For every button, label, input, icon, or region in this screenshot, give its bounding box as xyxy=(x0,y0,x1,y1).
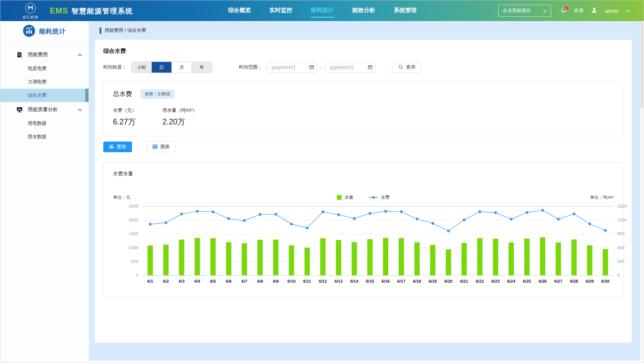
svg-text:6/5: 6/5 xyxy=(210,279,216,284)
fee-metric-value: 6.27万 xyxy=(113,117,136,127)
project-select[interactable]: 企业用能项目 xyxy=(498,5,551,17)
logo-company-name: 合汇科技 xyxy=(22,15,38,19)
svg-text:6/29: 6/29 xyxy=(586,279,594,284)
query-button[interactable]: 查询 xyxy=(392,62,421,73)
scrollbar-thumb[interactable] xyxy=(641,21,643,108)
breadcrumb-text: 用能费用 / 综合水费 xyxy=(105,27,146,33)
sidebar-item-0-1[interactable]: 力调电费 xyxy=(0,75,89,89)
right-axis-unit: 单位：吨/m³ xyxy=(540,194,614,200)
svg-text:1000: 1000 xyxy=(129,245,138,250)
svg-text:6/16: 6/16 xyxy=(382,279,390,284)
brand-ems: EMS xyxy=(50,6,68,15)
svg-text:6/22: 6/22 xyxy=(476,279,484,284)
svg-text:500: 500 xyxy=(131,259,138,264)
logo-emblem-icon xyxy=(25,2,36,15)
search-icon xyxy=(398,64,403,71)
svg-text:6/13: 6/13 xyxy=(335,279,343,284)
svg-text:6/12: 6/12 xyxy=(319,279,327,284)
chevron-up-icon[interactable] xyxy=(78,52,82,58)
username-text[interactable]: admin xyxy=(605,8,619,14)
nav-item-3[interactable]: 能效分析 xyxy=(352,4,376,18)
legend-fee-line-icon xyxy=(369,197,378,198)
svg-text:1200: 1200 xyxy=(617,217,627,222)
sidebar-item-0-2[interactable]: 综合水费 xyxy=(0,89,89,102)
content-area: 用能费用 / 综合水费 综合水费 时间粒度： 小时日月年 时间范围： - xyxy=(89,21,641,361)
breadcrumb-accent-bar xyxy=(100,27,101,34)
table-view-button[interactable]: 图表 xyxy=(147,142,175,152)
svg-text:6/10: 6/10 xyxy=(287,279,295,284)
fee-metric: 水费（元） 6.27万 xyxy=(113,107,136,127)
svg-text:6/30: 6/30 xyxy=(601,279,609,284)
calendar-icon[interactable] xyxy=(309,65,314,71)
svg-text:6/18: 6/18 xyxy=(413,279,421,284)
date-end-wrap xyxy=(326,62,376,73)
main-nav: 综合概览实时监控能耗统计能效分析系统管理 xyxy=(146,4,498,18)
svg-text:6/24: 6/24 xyxy=(507,279,515,284)
main-card: 综合水费 时间粒度： 小时日月年 时间范围： - xyxy=(95,40,632,343)
chart-legend: 水量 水费 xyxy=(186,194,540,200)
project-select-value: 企业用能项目 xyxy=(503,8,531,14)
monitor-icon xyxy=(16,106,23,113)
usage-metric: 用水量（吨/m³） 2.20万 xyxy=(162,107,197,127)
fee-line xyxy=(149,209,607,232)
table-view-label: 图表 xyxy=(160,144,170,150)
user-menu-chevron-icon[interactable] xyxy=(627,8,630,14)
app-brand: EMS 智慧能源管理系统 xyxy=(50,6,133,16)
graph-view-button[interactable]: 图形 xyxy=(103,142,132,152)
chart-x-axis-labels: 6/16/26/36/46/56/66/76/86/96/106/116/126… xyxy=(147,279,610,284)
svg-text:6/23: 6/23 xyxy=(492,279,500,284)
view-toggle-group: 图形 图表 xyxy=(103,142,623,152)
svg-text:6/11: 6/11 xyxy=(303,279,311,284)
sidebar-item-1-1[interactable]: 用水数据 xyxy=(0,130,89,144)
date-start-wrap xyxy=(267,62,317,73)
granularity-option-2[interactable]: 月 xyxy=(172,62,192,73)
scrollbar-track[interactable] xyxy=(640,21,643,361)
summary-title: 总水费 xyxy=(113,90,132,98)
module-chart-icon xyxy=(23,25,35,38)
granularity-option-1[interactable]: 日 xyxy=(152,62,172,73)
company-logo: 合汇科技 xyxy=(22,2,38,19)
chart-left-axis-labels: 05001000150020002500 xyxy=(129,204,138,278)
app-window: 合汇科技 EMS 智慧能源管理系统 综合概览实时监控能耗统计能效分析系统管理 企… xyxy=(0,0,644,363)
chevron-up-icon[interactable] xyxy=(78,106,82,112)
welcome-text: 欢迎 xyxy=(574,8,584,14)
svg-text:0: 0 xyxy=(136,273,138,278)
svg-text:6/4: 6/4 xyxy=(195,279,200,284)
range-separator: - xyxy=(320,65,322,70)
svg-text:6/1: 6/1 xyxy=(147,279,153,284)
svg-text:300: 300 xyxy=(617,259,625,264)
granularity-option-3[interactable]: 年 xyxy=(192,62,212,73)
legend-fee-label: 水费 xyxy=(381,194,390,200)
calendar-icon[interactable] xyxy=(368,65,373,71)
sidebar-module-title: 能耗统计 xyxy=(39,27,66,36)
user-avatar-icon[interactable] xyxy=(591,7,598,15)
brand-title: 智慧能源管理系统 xyxy=(72,6,133,16)
svg-text:6/6: 6/6 xyxy=(226,279,232,284)
page-title: 综合水费 xyxy=(103,47,623,55)
nav-item-0[interactable]: 综合概览 xyxy=(228,4,252,18)
bar-chart-icon xyxy=(109,144,114,150)
legend-item-usage[interactable]: 水量 xyxy=(337,194,353,200)
sidebar-item-1-0[interactable]: 用电数据 xyxy=(0,117,89,130)
nav-item-2[interactable]: 能耗统计 xyxy=(310,4,335,18)
nav-item-1[interactable]: 实时监控 xyxy=(269,4,293,18)
header-right-controls: 企业用能项目 2 欢迎 admin xyxy=(498,5,630,17)
chart-title: 水费水量 xyxy=(113,171,614,177)
usage-metric-value: 2.20万 xyxy=(162,117,197,127)
granularity-option-0[interactable]: 小时 xyxy=(132,62,152,73)
sidebar-item-0-0[interactable]: 电度电费 xyxy=(0,62,89,75)
range-label: 时间范围： xyxy=(239,64,262,70)
legend-usage-swatch xyxy=(337,195,342,200)
notification-bell-icon[interactable]: 2 xyxy=(560,7,567,15)
nav-item-4[interactable]: 系统管理 xyxy=(393,4,417,18)
query-button-label: 查询 xyxy=(406,64,415,70)
svg-text:6/15: 6/15 xyxy=(366,279,374,284)
granularity-toggle-group: 小时日月年 xyxy=(131,62,212,73)
svg-text:6/26: 6/26 xyxy=(538,279,546,284)
sidebar-section-1[interactable]: 用能质量分析 xyxy=(0,102,89,117)
sidebar-section-0[interactable]: 用能费用 xyxy=(0,47,89,62)
clipboard-icon xyxy=(16,52,23,58)
legend-item-fee[interactable]: 水费 xyxy=(369,194,390,200)
chart-panel: 水费水量 单位：元 水量 水费 xyxy=(103,162,623,297)
top-header: 合汇科技 EMS 智慧能源管理系统 综合概览实时监控能耗统计能效分析系统管理 企… xyxy=(0,0,644,21)
